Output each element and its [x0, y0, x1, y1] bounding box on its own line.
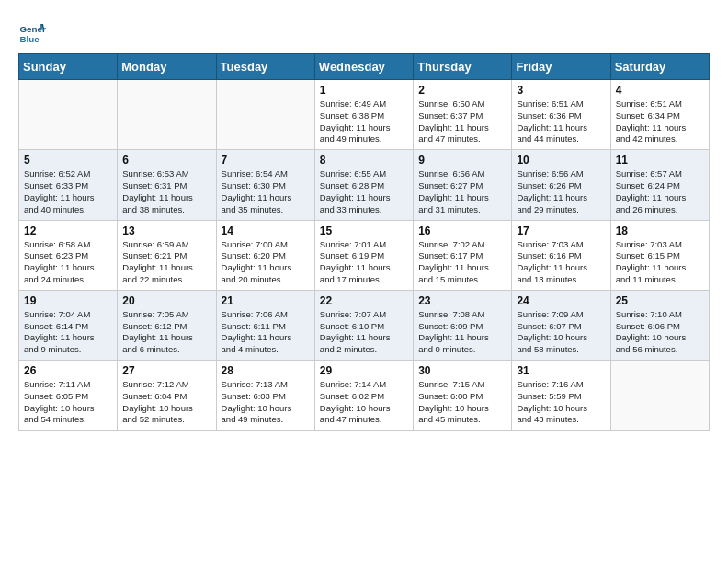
- day-number: 4: [616, 84, 704, 97]
- day-info: Sunrise: 7:14 AM Sunset: 6:02 PM Dayligh…: [320, 379, 408, 426]
- calendar-cell: [610, 361, 709, 431]
- day-number: 6: [122, 154, 210, 167]
- calendar-cell: 4Sunrise: 6:51 AM Sunset: 6:34 PM Daylig…: [610, 80, 709, 150]
- day-number: 23: [418, 294, 506, 307]
- calendar-table: SundayMondayTuesdayWednesdayThursdayFrid…: [18, 53, 710, 431]
- day-number: 26: [24, 364, 112, 377]
- calendar-cell: 16Sunrise: 7:02 AM Sunset: 6:17 PM Dayli…: [414, 220, 512, 290]
- col-header-monday: Monday: [118, 54, 216, 80]
- calendar-cell: 22Sunrise: 7:07 AM Sunset: 6:10 PM Dayli…: [314, 290, 413, 360]
- calendar-cell: 15Sunrise: 7:01 AM Sunset: 6:19 PM Dayli…: [314, 220, 413, 290]
- day-number: 18: [616, 224, 704, 237]
- day-info: Sunrise: 7:02 AM Sunset: 6:17 PM Dayligh…: [418, 239, 506, 286]
- calendar-week-3: 12Sunrise: 6:58 AM Sunset: 6:23 PM Dayli…: [19, 220, 710, 290]
- calendar-cell: 13Sunrise: 6:59 AM Sunset: 6:21 PM Dayli…: [118, 220, 216, 290]
- calendar-week-4: 19Sunrise: 7:04 AM Sunset: 6:14 PM Dayli…: [19, 290, 710, 360]
- calendar-cell: 18Sunrise: 7:03 AM Sunset: 6:15 PM Dayli…: [610, 220, 709, 290]
- day-number: 20: [122, 294, 210, 307]
- day-number: 3: [517, 84, 605, 97]
- day-info: Sunrise: 6:51 AM Sunset: 6:34 PM Dayligh…: [616, 98, 704, 145]
- day-number: 21: [222, 294, 310, 307]
- day-info: Sunrise: 6:49 AM Sunset: 6:38 PM Dayligh…: [320, 98, 408, 145]
- calendar-cell: 3Sunrise: 6:51 AM Sunset: 6:36 PM Daylig…: [512, 80, 610, 150]
- day-number: 15: [320, 224, 408, 237]
- col-header-sunday: Sunday: [19, 54, 118, 80]
- day-info: Sunrise: 7:08 AM Sunset: 6:09 PM Dayligh…: [418, 309, 506, 356]
- calendar-week-5: 26Sunrise: 7:11 AM Sunset: 6:05 PM Dayli…: [19, 361, 710, 431]
- day-number: 16: [418, 224, 506, 237]
- day-info: Sunrise: 7:15 AM Sunset: 6:00 PM Dayligh…: [418, 379, 506, 426]
- logo: General Blue: [18, 18, 50, 46]
- day-info: Sunrise: 7:07 AM Sunset: 6:10 PM Dayligh…: [320, 309, 408, 356]
- col-header-friday: Friday: [512, 54, 610, 80]
- day-info: Sunrise: 6:59 AM Sunset: 6:21 PM Dayligh…: [122, 239, 210, 286]
- day-number: 30: [418, 364, 506, 377]
- calendar-cell: 25Sunrise: 7:10 AM Sunset: 6:06 PM Dayli…: [610, 290, 709, 360]
- day-number: 28: [222, 364, 310, 377]
- col-header-saturday: Saturday: [610, 54, 709, 80]
- calendar-cell: 10Sunrise: 6:56 AM Sunset: 6:26 PM Dayli…: [512, 150, 610, 220]
- calendar-cell: 11Sunrise: 6:57 AM Sunset: 6:24 PM Dayli…: [610, 150, 709, 220]
- day-info: Sunrise: 7:11 AM Sunset: 6:05 PM Dayligh…: [24, 379, 112, 426]
- day-number: 29: [320, 364, 408, 377]
- calendar-cell: 27Sunrise: 7:12 AM Sunset: 6:04 PM Dayli…: [118, 361, 216, 431]
- day-info: Sunrise: 7:09 AM Sunset: 6:07 PM Dayligh…: [517, 309, 605, 356]
- calendar-cell: [216, 80, 314, 150]
- calendar-week-2: 5Sunrise: 6:52 AM Sunset: 6:33 PM Daylig…: [19, 150, 710, 220]
- calendar-cell: 20Sunrise: 7:05 AM Sunset: 6:12 PM Dayli…: [118, 290, 216, 360]
- day-number: 5: [24, 154, 112, 167]
- day-number: 11: [616, 154, 704, 167]
- day-number: 22: [320, 294, 408, 307]
- calendar-cell: 28Sunrise: 7:13 AM Sunset: 6:03 PM Dayli…: [216, 361, 314, 431]
- day-info: Sunrise: 6:56 AM Sunset: 6:26 PM Dayligh…: [517, 168, 605, 215]
- calendar-header-row: SundayMondayTuesdayWednesdayThursdayFrid…: [19, 54, 710, 80]
- day-info: Sunrise: 7:16 AM Sunset: 5:59 PM Dayligh…: [517, 379, 605, 426]
- day-number: 27: [122, 364, 210, 377]
- day-number: 25: [616, 294, 704, 307]
- page-container: General Blue SundayMondayTuesdayWednesda…: [0, 0, 728, 440]
- day-info: Sunrise: 6:57 AM Sunset: 6:24 PM Dayligh…: [616, 168, 704, 215]
- calendar-cell: 12Sunrise: 6:58 AM Sunset: 6:23 PM Dayli…: [19, 220, 118, 290]
- calendar-cell: 5Sunrise: 6:52 AM Sunset: 6:33 PM Daylig…: [19, 150, 118, 220]
- calendar-cell: 9Sunrise: 6:56 AM Sunset: 6:27 PM Daylig…: [414, 150, 512, 220]
- day-info: Sunrise: 7:13 AM Sunset: 6:03 PM Dayligh…: [222, 379, 310, 426]
- day-number: 12: [24, 224, 112, 237]
- day-number: 7: [222, 154, 310, 167]
- calendar-cell: 8Sunrise: 6:55 AM Sunset: 6:28 PM Daylig…: [314, 150, 413, 220]
- day-info: Sunrise: 6:53 AM Sunset: 6:31 PM Dayligh…: [122, 168, 210, 215]
- day-number: 8: [320, 154, 408, 167]
- calendar-cell: 24Sunrise: 7:09 AM Sunset: 6:07 PM Dayli…: [512, 290, 610, 360]
- header: General Blue: [18, 18, 710, 46]
- day-number: 14: [222, 224, 310, 237]
- day-number: 17: [517, 224, 605, 237]
- calendar-cell: 6Sunrise: 6:53 AM Sunset: 6:31 PM Daylig…: [118, 150, 216, 220]
- day-info: Sunrise: 7:12 AM Sunset: 6:04 PM Dayligh…: [122, 379, 210, 426]
- calendar-cell: 2Sunrise: 6:50 AM Sunset: 6:37 PM Daylig…: [414, 80, 512, 150]
- day-number: 19: [24, 294, 112, 307]
- col-header-tuesday: Tuesday: [216, 54, 314, 80]
- day-info: Sunrise: 7:06 AM Sunset: 6:11 PM Dayligh…: [222, 309, 310, 356]
- calendar-cell: 17Sunrise: 7:03 AM Sunset: 6:16 PM Dayli…: [512, 220, 610, 290]
- calendar-cell: [19, 80, 118, 150]
- day-number: 9: [418, 154, 506, 167]
- calendar-cell: 23Sunrise: 7:08 AM Sunset: 6:09 PM Dayli…: [414, 290, 512, 360]
- day-info: Sunrise: 6:52 AM Sunset: 6:33 PM Dayligh…: [24, 168, 112, 215]
- day-info: Sunrise: 6:50 AM Sunset: 6:37 PM Dayligh…: [418, 98, 506, 145]
- day-info: Sunrise: 7:04 AM Sunset: 6:14 PM Dayligh…: [24, 309, 112, 356]
- day-number: 31: [517, 364, 605, 377]
- day-info: Sunrise: 7:03 AM Sunset: 6:15 PM Dayligh…: [616, 239, 704, 286]
- day-info: Sunrise: 6:55 AM Sunset: 6:28 PM Dayligh…: [320, 168, 408, 215]
- logo-icon: General Blue: [18, 18, 46, 46]
- calendar-cell: 14Sunrise: 7:00 AM Sunset: 6:20 PM Dayli…: [216, 220, 314, 290]
- day-info: Sunrise: 7:10 AM Sunset: 6:06 PM Dayligh…: [616, 309, 704, 356]
- calendar-cell: 30Sunrise: 7:15 AM Sunset: 6:00 PM Dayli…: [414, 361, 512, 431]
- day-info: Sunrise: 6:56 AM Sunset: 6:27 PM Dayligh…: [418, 168, 506, 215]
- day-info: Sunrise: 7:01 AM Sunset: 6:19 PM Dayligh…: [320, 239, 408, 286]
- day-info: Sunrise: 6:54 AM Sunset: 6:30 PM Dayligh…: [222, 168, 310, 215]
- day-number: 10: [517, 154, 605, 167]
- calendar-cell: 26Sunrise: 7:11 AM Sunset: 6:05 PM Dayli…: [19, 361, 118, 431]
- calendar-cell: 29Sunrise: 7:14 AM Sunset: 6:02 PM Dayli…: [314, 361, 413, 431]
- day-info: Sunrise: 7:03 AM Sunset: 6:16 PM Dayligh…: [517, 239, 605, 286]
- calendar-cell: 7Sunrise: 6:54 AM Sunset: 6:30 PM Daylig…: [216, 150, 314, 220]
- col-header-wednesday: Wednesday: [314, 54, 413, 80]
